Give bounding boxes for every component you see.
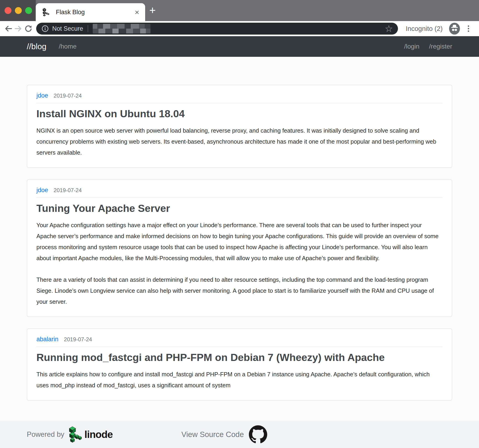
reload-icon[interactable] (23, 24, 33, 34)
nav-register-link[interactable]: /register (429, 43, 452, 50)
window-minimize-button[interactable] (15, 7, 22, 14)
menu-dots-icon[interactable] (467, 25, 470, 33)
incognito-count-label: Incognito (2) (406, 25, 443, 33)
post-card: jdoe 2019-07-24 Install NGINX on Ubuntu … (27, 85, 452, 168)
view-source-link[interactable]: View Source Code (181, 430, 244, 439)
post-author-link[interactable]: jdoe (36, 187, 48, 194)
site-navbar: //blog /home /login /register (0, 36, 479, 57)
browser-tab[interactable]: Flask Blog × (36, 3, 145, 21)
post-card: jdoe 2019-07-24 Tuning Your Apache Serve… (27, 179, 452, 317)
brand-link[interactable]: //blog (27, 42, 47, 51)
omnibox-divider (88, 25, 88, 32)
post-date: 2019-07-24 (53, 93, 82, 99)
page-footer: Powered by (0, 421, 479, 448)
post-date: 2019-07-24 (64, 336, 92, 343)
nav-home-link[interactable]: /home (59, 43, 77, 50)
post-excerpt: There are a variety of tools that can as… (36, 274, 443, 307)
post-date: 2019-07-24 (53, 187, 82, 194)
window-zoom-button[interactable] (25, 7, 32, 14)
close-tab-icon[interactable]: × (135, 8, 139, 16)
tab-title: Flask Blog (56, 9, 85, 16)
post-author-link[interactable]: jdoe (36, 92, 48, 99)
linode-logo-icon[interactable] (68, 426, 82, 443)
post-excerpt: This article explains how to configure a… (36, 369, 443, 391)
window-controls (5, 7, 32, 14)
post-card: abalarin 2019-07-24 Running mod_fastcgi … (27, 328, 452, 401)
post-title: Running mod_fastcgi and PHP-FPM on Debia… (36, 351, 443, 364)
new-tab-button[interactable]: + (149, 4, 156, 17)
tab-strip: Flask Blog × + (0, 0, 479, 21)
linode-favicon-icon (42, 7, 50, 17)
post-author-link[interactable]: abalarin (36, 336, 58, 343)
bookmark-star-icon[interactable]: ☆ (385, 24, 393, 33)
post-list: jdoe 2019-07-24 Install NGINX on Ubuntu … (0, 57, 479, 401)
info-icon[interactable] (41, 25, 49, 33)
browser-toolbar: Not Secure ☆ Incognito (2) (0, 21, 479, 36)
nav-login-link[interactable]: /login (404, 43, 419, 50)
post-title: Install NGINX on Ubuntu 18.04 (36, 107, 443, 120)
linode-wordmark[interactable]: linode (85, 429, 113, 440)
security-status-label[interactable]: Not Secure (52, 25, 83, 32)
window-close-button[interactable] (5, 7, 12, 14)
meta-divider (36, 103, 443, 103)
post-title: Tuning Your Apache Server (36, 202, 443, 215)
github-icon[interactable] (249, 425, 267, 444)
forward-icon[interactable] (13, 24, 23, 34)
post-excerpt: NGINX is an open source web server with … (36, 125, 443, 158)
incognito-icon[interactable] (449, 22, 460, 35)
address-bar[interactable]: Not Secure ☆ (36, 23, 398, 35)
url-redacted (93, 24, 150, 33)
back-icon[interactable] (3, 24, 13, 34)
toolbar-right: Incognito (2) (406, 22, 470, 35)
post-excerpt: Your Apache configuration settings have … (36, 220, 443, 264)
powered-by-label: Powered by (27, 430, 64, 439)
meta-divider (36, 347, 443, 347)
meta-divider (36, 197, 443, 198)
